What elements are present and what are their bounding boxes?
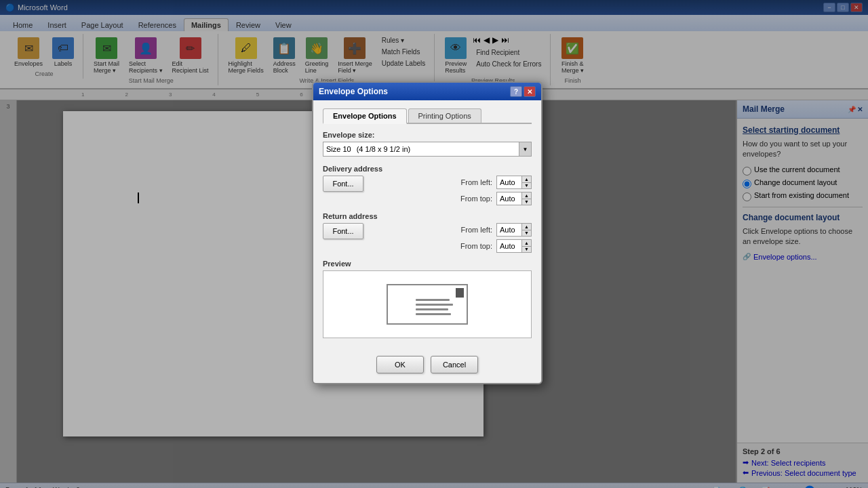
delivery-from-top-label: From top:: [455, 195, 492, 203]
envelope-stamp: [456, 288, 464, 298]
return-from-top-up[interactable]: ▲: [522, 240, 531, 247]
modal-overlay: Envelope Options ? ✕ Envelope Options Pr…: [0, 0, 868, 488]
delivery-from-top-input[interactable]: [497, 192, 521, 205]
delivery-from-left-label: From left:: [455, 178, 492, 186]
return-from-left-up[interactable]: ▲: [522, 224, 531, 230]
return-font-button[interactable]: Font...: [323, 223, 363, 239]
dialog-title-bar: Envelope Options ? ✕: [313, 83, 541, 100]
env-line-4: [416, 313, 451, 315]
delivery-from-top-down[interactable]: ▼: [522, 199, 531, 205]
return-from-left-label: From left:: [455, 226, 492, 234]
delivery-font-button[interactable]: Font...: [323, 176, 363, 192]
envelope-size-label: Envelope size:: [323, 131, 532, 139]
return-address-label: Return address: [323, 212, 532, 220]
dialog-title: Envelope Options: [319, 87, 388, 96]
delivery-from-top-up[interactable]: ▲: [522, 192, 531, 199]
delivery-from-left-row: From left: ▲ ▼: [455, 176, 532, 189]
return-from-left-down[interactable]: ▼: [522, 230, 531, 237]
cancel-button[interactable]: Cancel: [431, 356, 478, 373]
return-from-left-spin: ▲ ▼: [496, 223, 532, 237]
dialog-tab-bar: Envelope Options Printing Options: [323, 108, 532, 124]
envelope-size-row: Size 10 (4 1/8 x 9 1/2 in) ▼: [323, 142, 532, 157]
return-from-top-input[interactable]: [497, 240, 521, 252]
delivery-from-top-row: From top: ▲ ▼: [455, 192, 532, 205]
return-address-section: Font... From left: ▲ ▼ From top: [323, 223, 532, 253]
envelope-size-value: Size 10: [326, 145, 351, 153]
preview-label: Preview: [323, 260, 532, 268]
return-from-left-row: From left: ▲ ▼: [455, 223, 532, 237]
dialog-footer: OK Cancel: [313, 356, 541, 383]
env-line-1: [416, 299, 450, 301]
envelope-preview-area: [323, 270, 532, 338]
delivery-from-left-arrows: ▲ ▼: [521, 176, 531, 188]
tab-envelope-options[interactable]: Envelope Options: [323, 108, 407, 124]
envelope-size-dims: (4 1/8 x 9 1/2 in): [357, 145, 411, 153]
dialog-body: Envelope Options Printing Options Envelo…: [313, 100, 541, 356]
delivery-from-left-input[interactable]: [497, 176, 521, 188]
return-from-top-label: From top:: [455, 242, 492, 250]
dialog-help-button[interactable]: ?: [510, 86, 522, 97]
dialog-title-buttons: ? ✕: [510, 86, 536, 97]
return-from-left-arrows: ▲ ▼: [521, 224, 531, 236]
envelope-preview: [387, 284, 468, 325]
delivery-address-section: Font... From left: ▲ ▼ From top: [323, 176, 532, 205]
delivery-from-top-arrows: ▲ ▼: [521, 192, 531, 205]
return-from-top-arrows: ▲ ▼: [521, 240, 531, 252]
env-line-3: [416, 308, 448, 310]
delivery-from-left-down[interactable]: ▼: [522, 183, 531, 189]
return-from-top-down[interactable]: ▼: [522, 247, 531, 253]
return-from-top-row: From top: ▲ ▼: [455, 239, 532, 253]
delivery-address-label: Delivery address: [323, 165, 532, 173]
dialog-close-button[interactable]: ✕: [524, 86, 536, 97]
ok-button[interactable]: OK: [376, 356, 424, 373]
return-from-left-input[interactable]: [497, 224, 521, 236]
return-from-top-spin: ▲ ▼: [496, 239, 532, 253]
delivery-from-top-spin: ▲ ▼: [496, 192, 532, 205]
delivery-from-left-spin: ▲ ▼: [496, 176, 532, 189]
env-line-2: [416, 304, 453, 306]
delivery-from-left-up[interactable]: ▲: [522, 176, 531, 183]
envelope-options-dialog: Envelope Options ? ✕ Envelope Options Pr…: [312, 81, 542, 384]
tab-printing-options[interactable]: Printing Options: [408, 108, 481, 123]
delivery-position-fields: From left: ▲ ▼ From top:: [455, 176, 532, 205]
envelope-size-dropdown-arrow[interactable]: ▼: [519, 142, 532, 157]
return-position-fields: From left: ▲ ▼ From top:: [455, 223, 532, 253]
